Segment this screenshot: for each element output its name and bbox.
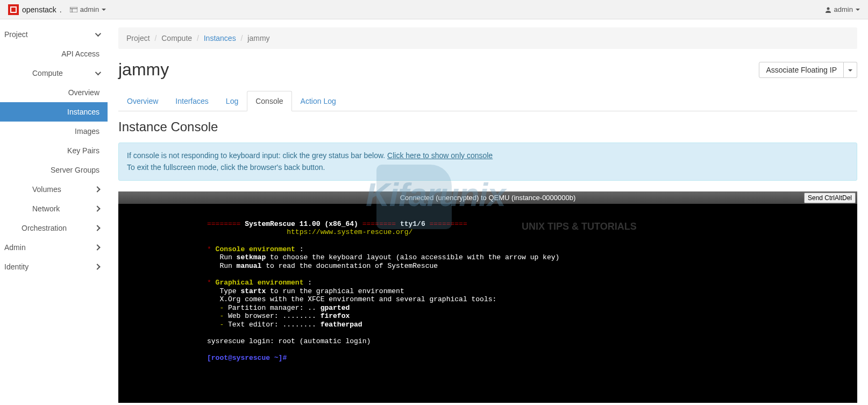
page-title: jammy (118, 60, 169, 80)
top-navbar: openstack. admin admin (0, 0, 868, 19)
console-info-box: If console is not responding to keyboard… (118, 143, 857, 181)
console-status-text: Connected (unencrypted) to QEMU (instanc… (400, 194, 576, 202)
domain-selector[interactable]: admin (70, 5, 106, 13)
send-ctrl-alt-del-button[interactable]: Send CtrlAltDel (804, 193, 856, 203)
sidebar-item-images[interactable]: Images (0, 122, 108, 141)
console-screen[interactable]: ======== SystemRescue 11.00 (x86_64) ===… (118, 204, 857, 403)
breadcrumb-item: Compute (161, 34, 192, 42)
sidebar-section-compute[interactable]: Compute (0, 63, 108, 83)
breadcrumb-link-instances[interactable]: Instances (204, 34, 236, 42)
sidebar-item-api-access[interactable]: API Access (0, 44, 108, 63)
tab-log[interactable]: Log (217, 91, 247, 111)
user-label: admin (834, 5, 853, 13)
sidebar-section-orchestration[interactable]: Orchestration (0, 218, 108, 238)
brand-text: openstack (22, 5, 56, 14)
chevron-right-icon (94, 225, 100, 231)
breadcrumb: Project / Compute / Instances / jammy (118, 27, 857, 49)
action-dropdown-toggle[interactable] (844, 62, 857, 78)
chevron-down-icon (95, 69, 101, 75)
breadcrumb-item: Project (126, 34, 150, 42)
tab-interfaces[interactable]: Interfaces (167, 91, 217, 111)
caret-down-icon (102, 9, 106, 11)
svg-point-3 (827, 7, 829, 10)
openstack-logo-icon (8, 4, 19, 15)
caret-down-icon (856, 9, 860, 11)
sidebar-item-overview[interactable]: Overview (0, 83, 108, 102)
tab-console[interactable]: Console (247, 91, 291, 111)
console-wrapper: Connected (unencrypted) to QEMU (instanc… (118, 191, 857, 403)
breadcrumb-item: jammy (247, 34, 269, 42)
sidebar-item-instances[interactable]: Instances (0, 102, 108, 122)
chevron-right-icon (94, 186, 100, 192)
chevron-right-icon (94, 244, 100, 250)
show-only-console-link[interactable]: Click here to show only console (387, 151, 493, 160)
action-button-group: Associate Floating IP (759, 62, 857, 78)
user-menu[interactable]: admin (825, 5, 860, 13)
sidebar-item-key-pairs[interactable]: Key Pairs (0, 141, 108, 160)
caret-down-icon (848, 69, 852, 72)
project-icon (70, 7, 77, 12)
detail-tabs: Overview Interfaces Log Console Action L… (118, 90, 857, 111)
sidebar-section-admin[interactable]: Admin (0, 238, 108, 257)
associate-floating-ip-button[interactable]: Associate Floating IP (759, 62, 844, 78)
domain-label: admin (80, 5, 99, 13)
info-text: If console is not responding to keyboard… (127, 151, 387, 160)
sidebar-section-identity[interactable]: Identity (0, 257, 108, 276)
tab-action-log[interactable]: Action Log (292, 91, 345, 111)
user-icon (825, 6, 831, 13)
tab-overview[interactable]: Overview (118, 91, 167, 111)
main-content: Kifarunix UNIX TIPS & TUTORIALS Project … (108, 19, 868, 403)
chevron-right-icon (94, 264, 100, 269)
sidebar-item-server-groups[interactable]: Server Groups (0, 160, 108, 180)
chevron-down-icon (95, 31, 101, 37)
chevron-right-icon (94, 205, 100, 211)
info-text: To exit the fullscreen mode, click the b… (127, 163, 325, 172)
sidebar-section-volumes[interactable]: Volumes (0, 180, 108, 199)
sidebar-section-project[interactable]: Project (0, 25, 108, 44)
section-title: Instance Console (118, 111, 857, 143)
sidebar-section-network[interactable]: Network (0, 199, 108, 218)
sidebar-nav: Project API Access Compute Overview Inst… (0, 19, 108, 403)
console-status-bar[interactable]: Connected (unencrypted) to QEMU (instanc… (118, 191, 857, 204)
svg-rect-0 (70, 7, 77, 12)
brand-logo[interactable]: openstack. (8, 4, 62, 15)
